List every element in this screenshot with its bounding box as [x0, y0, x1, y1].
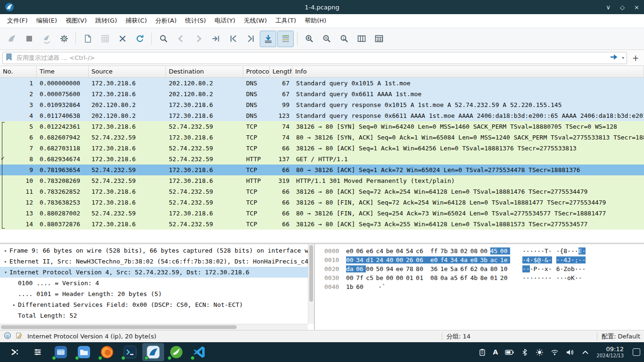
hex-byte[interactable]: 36	[430, 265, 440, 272]
ascii-char[interactable]: ·	[378, 283, 382, 290]
hex-row[interactable]: 00401b60·`	[324, 282, 644, 291]
hex-byte[interactable]: 80	[490, 265, 500, 272]
hex-byte[interactable]: 00	[366, 265, 376, 272]
packet-row[interactable]: 120.783638253172.30.218.652.74.232.59TCP…	[0, 197, 644, 208]
hex-row[interactable]: 00100034d12440002606e0f4344ae83bac1e·4·$…	[324, 255, 644, 264]
packet-row[interactable]: 50.012242361172.30.218.652.74.232.59TCP7…	[0, 121, 644, 132]
ascii-char[interactable]: ·	[548, 256, 552, 263]
ascii-char[interactable]: @	[537, 256, 541, 263]
hex-byte[interactable]: 60	[356, 283, 366, 290]
taskbar-app-firefox[interactable]	[96, 343, 118, 361]
ascii-char[interactable]	[582, 274, 586, 281]
ascii-char[interactable]: ·	[582, 265, 586, 272]
taskbar-app-code-editor[interactable]	[189, 343, 210, 361]
detail-line[interactable]: Total Length: 52	[0, 310, 314, 321]
close-file-button[interactable]	[114, 31, 131, 47]
ascii-char[interactable]: ·	[545, 274, 548, 281]
hex-byte[interactable]: a5	[450, 274, 460, 281]
go-first-button[interactable]	[225, 31, 241, 47]
hex-byte[interactable]: be	[386, 247, 396, 255]
detail-line[interactable]: ▾Internet Protocol Version 4, Src: 52.74…	[0, 267, 314, 278]
open-file-button[interactable]	[79, 31, 96, 47]
zoom-in-button[interactable]	[301, 31, 317, 47]
ascii-char[interactable]: T	[545, 247, 548, 255]
hex-byte[interactable]: 45	[490, 247, 500, 255]
ascii-char[interactable]: ·	[582, 247, 586, 255]
hex-byte[interactable]: 4a	[460, 256, 470, 263]
hex-byte[interactable]: 00	[396, 256, 406, 263]
hex-byte[interactable]: 34	[450, 256, 460, 263]
hex-byte[interactable]: c6	[416, 247, 430, 255]
expander-icon[interactable]: ▾	[2, 267, 9, 278]
ascii-char[interactable]: `	[382, 283, 386, 290]
ascii-char[interactable]: x	[545, 265, 548, 272]
menu-item-7[interactable]: 电话(Y)	[210, 15, 239, 27]
filter-history-caret-icon[interactable]: ▾	[622, 55, 624, 60]
hex-byte[interactable]: e8	[470, 256, 480, 263]
detail-vscroll-thumb[interactable]	[309, 245, 313, 302]
task-view-icon[interactable]	[27, 343, 49, 361]
restart-capture-button[interactable]	[38, 31, 55, 47]
ascii-char[interactable]: 4	[526, 256, 530, 263]
hex-byte[interactable]: 6f	[460, 265, 470, 272]
ascii-char[interactable]: o	[567, 265, 571, 272]
launcher-icon[interactable]	[4, 343, 25, 361]
menu-item-2[interactable]: 视图(V)	[61, 15, 91, 27]
hex-byte[interactable]: 26	[406, 256, 416, 263]
hex-byte[interactable]: 0a	[440, 274, 450, 281]
ascii-char[interactable]: &	[545, 256, 548, 263]
ascii-char[interactable]: ·	[526, 247, 530, 255]
hex-byte[interactable]: 00	[386, 274, 396, 281]
add-filter-button[interactable]: +	[629, 52, 642, 64]
hex-byte[interactable]: e0	[430, 256, 440, 263]
hex-byte[interactable]: 00	[396, 274, 406, 281]
packet-row[interactable]: 70.682703118172.30.218.652.74.232.59TCP6…	[0, 143, 644, 154]
hex-byte[interactable]: 04	[396, 247, 406, 255]
hex-byte[interactable]: 06	[416, 256, 430, 263]
profile-button[interactable]: 配置: Default	[602, 332, 640, 341]
display-filter-field[interactable]: ▾	[2, 52, 627, 64]
packet-row[interactable]: 90.78196365452.74.232.59172.30.218.6TCP6…	[0, 165, 644, 175]
taskbar-app-terminal[interactable]	[119, 343, 141, 361]
column-header-length[interactable]: Length	[270, 66, 292, 77]
ascii-char[interactable]: ·	[567, 247, 571, 255]
hex-byte[interactable]: 00	[500, 247, 510, 255]
packet-row[interactable]: 130.88028700252.74.232.59172.30.218.6TCP…	[0, 208, 644, 219]
packet-row[interactable]: 80.682934674172.30.218.652.74.232.59HTTP…	[0, 154, 644, 165]
hex-byte[interactable]: c4	[376, 247, 386, 255]
column-header-no[interactable]: No.	[0, 66, 37, 77]
hex-byte[interactable]: 94	[386, 265, 396, 272]
ascii-char[interactable]: ·	[541, 256, 545, 263]
volume-icon[interactable]	[566, 348, 574, 356]
hex-byte[interactable]: 00	[346, 274, 356, 281]
hex-byte[interactable]: c5	[366, 274, 376, 281]
ascii-char[interactable]: Z	[563, 265, 567, 272]
ascii-char[interactable]: ·	[526, 274, 530, 281]
hex-byte[interactable]: 00	[480, 247, 490, 255]
close-button[interactable]: ×	[634, 4, 639, 10]
ascii-char[interactable]: ·	[575, 274, 578, 281]
shade-button[interactable]: ∨	[606, 4, 611, 10]
expander-icon[interactable]: ▸	[2, 256, 9, 267]
show-desktop-button[interactable]	[633, 348, 640, 356]
taskbar-app-wireshark[interactable]	[142, 343, 164, 361]
hex-byte[interactable]: f4	[440, 256, 450, 263]
menu-item-1[interactable]: 编辑(E)	[32, 15, 61, 27]
hex-byte[interactable]: ff	[430, 247, 440, 255]
hex-byte[interactable]: 08	[430, 274, 440, 281]
detail-hscroll-thumb[interactable]	[1, 325, 237, 329]
ascii-char[interactable]: ·	[522, 265, 526, 272]
hex-byte[interactable]: 20	[500, 274, 510, 281]
column-header-source[interactable]: Source	[89, 66, 166, 77]
menu-item-3[interactable]: 跳转(G)	[91, 15, 121, 27]
hex-byte[interactable]: 7b	[440, 247, 450, 255]
ascii-char[interactable]: ·	[548, 265, 552, 272]
hex-byte[interactable]: 1e	[500, 256, 510, 263]
hex-byte[interactable]: 02	[460, 247, 470, 255]
start-capture-button[interactable]	[3, 31, 20, 47]
ascii-char[interactable]: ·	[541, 247, 545, 255]
ascii-char[interactable]: 8	[563, 247, 567, 255]
go-last-button[interactable]	[242, 31, 259, 47]
ascii-char[interactable]: ·	[537, 247, 541, 255]
expander-icon[interactable]: ▸	[2, 245, 9, 256]
